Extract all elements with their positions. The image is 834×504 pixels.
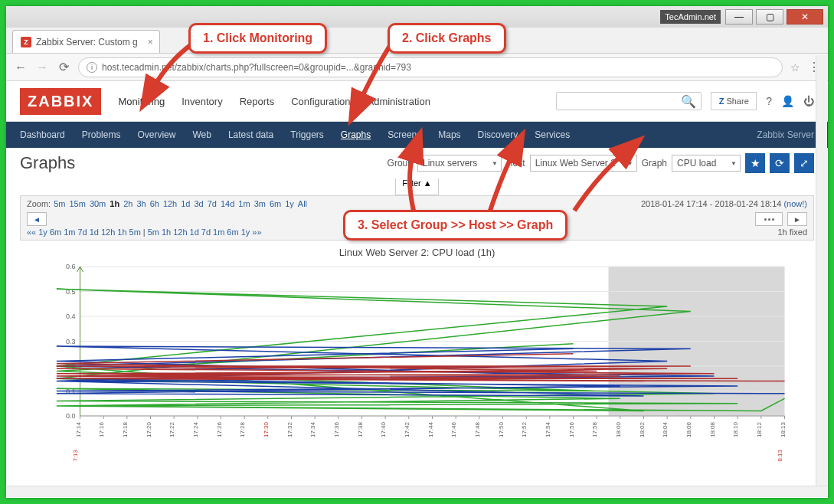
svg-text:17:32: 17:32 <box>286 421 293 437</box>
topmenu-reports[interactable]: Reports <box>240 82 275 121</box>
svg-text:18:04: 18:04 <box>662 421 669 437</box>
bookmark-icon[interactable]: ☆ <box>790 61 800 74</box>
svg-text:17:20: 17:20 <box>146 421 152 437</box>
user-icon[interactable]: 👤 <box>781 95 794 107</box>
group-label: Group <box>388 158 413 169</box>
submenu-overview[interactable]: Overview <box>137 129 175 140</box>
svg-text:17:38: 17:38 <box>357 421 364 437</box>
svg-text:17:24: 17:24 <box>192 421 199 437</box>
submenu-dashboard[interactable]: Dashboard <box>20 129 65 140</box>
favorite-button[interactable]: ★ <box>745 153 765 173</box>
svg-text:17:52: 17:52 <box>521 421 528 437</box>
svg-text:17:58: 17:58 <box>591 421 598 437</box>
svg-text:18:12: 18:12 <box>756 421 763 437</box>
filter-toggle[interactable]: Filter ▲ <box>395 178 438 195</box>
topmenu-configuration[interactable]: Configuration <box>291 82 350 121</box>
close-button[interactable]: ✕ <box>787 9 823 25</box>
chart-title: Linux Web Server 2: CPU load (1h) <box>20 247 814 258</box>
zoom-1h[interactable]: 1h <box>110 199 119 208</box>
svg-text:01-24 17:13: 01-24 17:13 <box>72 449 79 462</box>
zoom-30m[interactable]: 30m <box>90 199 106 208</box>
svg-text:0.6: 0.6 <box>66 263 76 270</box>
topmenu-monitoring[interactable]: Monitoring <box>118 82 165 121</box>
graph-select[interactable]: CPU load <box>672 155 741 172</box>
svg-text:17:34: 17:34 <box>309 421 316 437</box>
now-link[interactable]: (now!) <box>783 199 807 208</box>
host-label: Host <box>506 158 525 169</box>
zoom-6h[interactable]: 6h <box>150 199 159 208</box>
zoom-6m[interactable]: 6m <box>270 199 281 208</box>
submenu-latest-data[interactable]: Latest data <box>228 129 273 140</box>
zoom-3h[interactable]: 3h <box>136 199 146 208</box>
zoom-All[interactable]: All <box>298 199 307 208</box>
zoom-1m[interactable]: 1m <box>238 199 250 208</box>
logout-icon[interactable]: ⏻ <box>803 95 814 107</box>
server-label: Zabbix Server <box>757 129 814 140</box>
address-bar[interactable]: i host.tecadmin.net/zabbix/charts.php?fu… <box>78 57 783 77</box>
url-text: host.tecadmin.net/zabbix/charts.php?full… <box>102 62 411 73</box>
svg-text:17:36: 17:36 <box>333 421 340 437</box>
timeline-slider-left[interactable] <box>755 212 783 226</box>
help-icon[interactable]: ? <box>766 95 772 107</box>
tab-close-icon[interactable]: × <box>148 37 153 47</box>
nav-next[interactable]: ► <box>787 212 807 226</box>
minimize-button[interactable]: — <box>725 9 753 25</box>
back-icon[interactable]: ← <box>14 61 28 74</box>
zoom-1y[interactable]: 1y <box>285 199 294 208</box>
zoom-7d[interactable]: 7d <box>208 199 217 208</box>
svg-text:17:46: 17:46 <box>450 421 457 437</box>
svg-text:17:16: 17:16 <box>98 421 105 437</box>
submenu-graphs[interactable]: Graphs <box>341 129 371 140</box>
svg-text:17:18: 17:18 <box>122 421 129 437</box>
site-badge: TecAdmin.net <box>660 10 721 24</box>
submenu-maps[interactable]: Maps <box>438 129 460 140</box>
zoom-3m[interactable]: 3m <box>254 199 266 208</box>
svg-text:17:26: 17:26 <box>216 421 223 437</box>
fullscreen-button[interactable]: ⤢ <box>794 153 814 173</box>
zoom-12h[interactable]: 12h <box>163 199 177 208</box>
forward-icon[interactable]: → <box>35 61 49 74</box>
svg-text:18:06: 18:06 <box>685 421 692 437</box>
group-select[interactable]: Linux servers <box>417 155 502 172</box>
topmenu-inventory[interactable]: Inventory <box>182 82 222 121</box>
svg-text:18:00: 18:00 <box>615 421 622 437</box>
fixed-label: 1h fixed <box>777 227 807 237</box>
zoom-5m[interactable]: 5m <box>54 199 65 208</box>
horizontal-scrollbar[interactable] <box>7 486 827 497</box>
favicon-icon: Z <box>21 37 31 47</box>
svg-text:17:50: 17:50 <box>498 421 505 437</box>
svg-text:17:42: 17:42 <box>404 421 410 437</box>
vertical-scrollbar[interactable] <box>816 55 827 486</box>
submenu-services[interactable]: Services <box>535 129 570 140</box>
submenu-screens[interactable]: Screens <box>388 129 421 140</box>
zoom-3d[interactable]: 3d <box>194 199 203 208</box>
svg-text:17:30: 17:30 <box>263 421 270 437</box>
site-info-icon[interactable]: i <box>87 62 97 73</box>
svg-text:17:48: 17:48 <box>474 421 481 437</box>
svg-text:17:22: 17:22 <box>168 421 175 437</box>
svg-text:18:13: 18:13 <box>780 421 787 437</box>
maximize-button[interactable]: ▢ <box>756 9 783 25</box>
svg-text:17:56: 17:56 <box>568 421 575 437</box>
svg-text:17:44: 17:44 <box>427 421 434 437</box>
zoom-1d[interactable]: 1d <box>181 199 190 208</box>
share-button[interactable]: ZShare <box>711 92 757 110</box>
reload-icon[interactable]: ⟳ <box>57 61 70 74</box>
submenu-discovery[interactable]: Discovery <box>478 129 518 140</box>
zoom-14d[interactable]: 14d <box>221 199 234 208</box>
submenu-problems[interactable]: Problems <box>82 129 121 140</box>
zoom-2h[interactable]: 2h <box>123 199 132 208</box>
svg-text:18:10: 18:10 <box>732 421 739 437</box>
zoom-15m[interactable]: 15m <box>69 199 85 208</box>
submenu-web[interactable]: Web <box>192 129 211 140</box>
topmenu-administration[interactable]: Administration <box>368 82 430 121</box>
search-input[interactable]: 🔍 <box>556 92 702 110</box>
submenu-triggers[interactable]: Triggers <box>290 129 324 140</box>
browser-tab[interactable]: Z Zabbix Server: Custom g × <box>12 30 160 53</box>
nav-prev[interactable]: ◄ <box>27 212 47 226</box>
host-select[interactable]: Linux Web Server 2 <box>530 155 637 172</box>
svg-text:0.4: 0.4 <box>66 313 76 320</box>
refresh-button[interactable]: ⟳ <box>770 153 790 173</box>
svg-text:17:14: 17:14 <box>75 421 82 437</box>
time-range: 2018-01-24 17:14 - 2018-01-24 18:14 <box>641 199 781 208</box>
